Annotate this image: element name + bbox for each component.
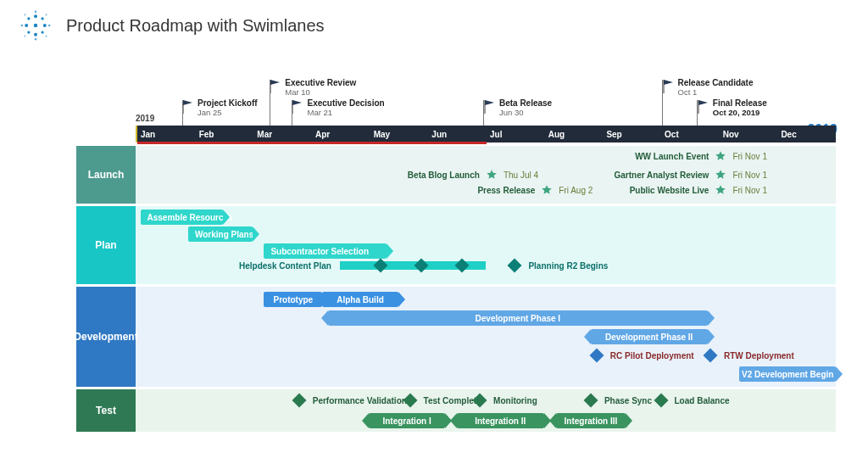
star-icon: [541, 184, 553, 196]
svg-point-8: [41, 31, 43, 33]
diamond-icon: [292, 394, 306, 408]
svg-point-15: [24, 36, 25, 37]
flag-date: Jun 30: [499, 108, 552, 117]
event-label: WW Launch Event: [635, 152, 714, 161]
star-icon: [715, 150, 726, 162]
lane-development: Development PrototypeAlpha BuildDevelopm…: [136, 287, 836, 387]
flag-title: Final Release: [713, 98, 767, 108]
diamond-icon: [589, 349, 604, 363]
svg-point-12: [48, 25, 51, 27]
lane-label-plan: Plan: [76, 206, 136, 284]
lane-label-test: Test: [76, 389, 136, 432]
month-col: May: [370, 126, 429, 142]
month-col: Apr: [312, 126, 370, 142]
event-label: Public Website Live: [630, 186, 715, 195]
star-icon: [715, 184, 726, 196]
year-start-label: 2019: [136, 114, 154, 123]
event-label: Helpdesk Content Plan: [239, 261, 337, 271]
header: Product Roadmap with Swimlanes: [0, 0, 868, 48]
diamond-icon: [704, 349, 718, 363]
star-icon: [715, 169, 726, 181]
month-col: Aug: [545, 126, 604, 142]
svg-point-1: [34, 14, 37, 18]
diamond-icon: [654, 394, 668, 408]
month-col: Feb: [196, 126, 254, 142]
event-label: RC Pilot Deployment: [605, 351, 694, 360]
event-label: Planning R2 Begins: [523, 261, 608, 271]
lane-launch: Launch Beta Blog LaunchThu Jul 4Press Re…: [136, 146, 836, 204]
flag-date: Oct 1: [678, 87, 754, 97]
svg-point-14: [46, 14, 47, 15]
svg-point-16: [46, 36, 47, 37]
diamond-icon: [508, 259, 522, 273]
flag-title: Executive Review: [285, 78, 356, 87]
flag-title: Beta Release: [499, 98, 552, 108]
roadmap-chart: 2019 2019 Project KickoffJan 25Executive…: [76, 66, 836, 456]
event-date: Fri Nov 1: [727, 170, 767, 180]
svg-point-3: [25, 24, 28, 27]
task-bar: Assemble Resources: [141, 210, 224, 225]
diamond-icon: [583, 394, 598, 408]
task-bar: V2 Development Begin: [739, 366, 836, 382]
task-bar: Development Phase I: [328, 310, 707, 326]
task-bar: Prototype: [264, 292, 322, 307]
svg-point-9: [35, 11, 37, 14]
month-col: Dec: [777, 126, 836, 142]
task-bar: Integration I: [369, 413, 444, 428]
event-label: Press Release: [477, 186, 540, 195]
svg-point-6: [41, 17, 43, 20]
svg-point-0: [34, 24, 38, 28]
event-date: Fri Nov 1: [727, 186, 767, 195]
star-icon: [486, 169, 498, 181]
flag-title: Executive Decision: [307, 98, 384, 108]
flag-date: Oct 20, 2019: [713, 108, 767, 117]
flag-date: Mar 10: [285, 87, 356, 97]
svg-point-4: [43, 24, 47, 27]
task-bar: Development Phase II: [591, 329, 708, 344]
timeline-axis: JanFebMarAprMayJunJulAugSepOctNovDec: [136, 126, 836, 142]
event-label: Load Balance: [670, 396, 730, 405]
month-col: Jun: [428, 126, 487, 142]
month-col: Jan: [137, 126, 196, 142]
task-bar: Subcontractor Selection: [264, 243, 387, 259]
event-label: RTW Deployment: [719, 351, 794, 360]
flag-title: Project Kickoff: [198, 98, 258, 108]
logo-icon: [20, 10, 51, 41]
svg-point-11: [21, 25, 24, 27]
lane-test: Test Performance ValidationTest Complete…: [136, 389, 836, 432]
month-col: Mar: [253, 126, 312, 142]
svg-point-2: [34, 33, 37, 36]
event-label: Performance Validation: [308, 396, 407, 405]
event-label: Beta Blog Launch: [408, 170, 485, 180]
event-label: Phase Sync: [599, 396, 652, 405]
lane-plan: Plan Assemble ResourcesWorking PlansSubc…: [136, 206, 836, 284]
flag-date: Jan 25: [198, 108, 258, 117]
task-bar: Integration II: [457, 413, 544, 428]
month-col: Oct: [661, 126, 720, 142]
lane-label-launch: Launch: [76, 146, 136, 204]
flag-title: Release Candidate: [678, 78, 754, 87]
svg-point-5: [27, 17, 30, 20]
svg-point-7: [27, 31, 30, 33]
task-bar: Integration III: [556, 413, 626, 428]
lane-label-development: Development: [76, 287, 136, 387]
event-label: Monitoring: [488, 396, 537, 405]
month-col: Jul: [487, 126, 545, 142]
page-title: Product Roadmap with Swimlanes: [66, 16, 325, 36]
flag-date: Mar 21: [307, 108, 384, 117]
svg-point-10: [35, 38, 37, 41]
task-bar: Working Plans: [188, 226, 253, 242]
month-col: Nov: [720, 126, 778, 142]
event-date: Fri Aug 2: [554, 186, 593, 195]
month-col: Sep: [603, 126, 661, 142]
event-date: Fri Nov 1: [727, 152, 767, 161]
event-label: Gartner Analyst Review: [614, 170, 714, 180]
svg-point-13: [24, 14, 25, 15]
event-date: Thu Jul 4: [498, 170, 538, 180]
task-bar: Alpha Build: [322, 292, 398, 307]
